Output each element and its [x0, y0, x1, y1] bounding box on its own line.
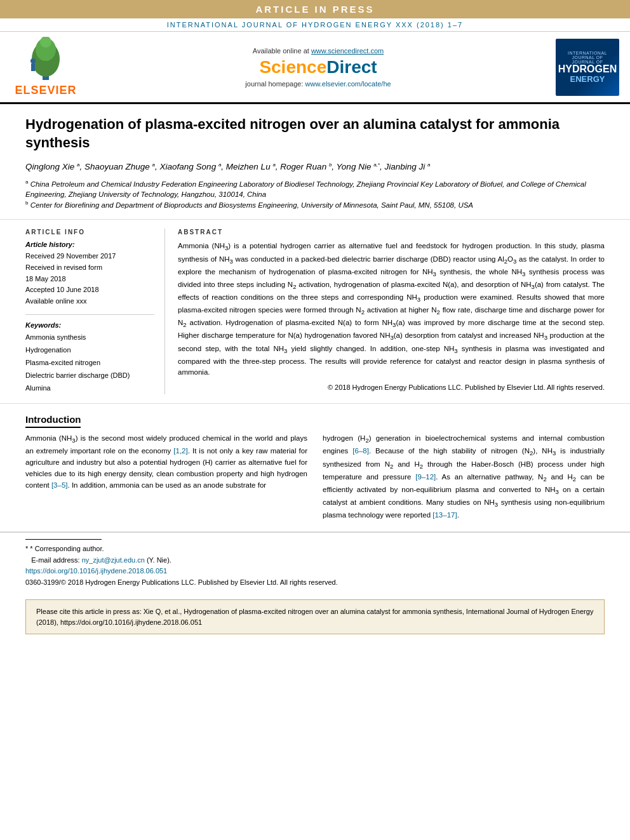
svg-rect-5 [31, 63, 35, 71]
article-history: Article history: Received 29 November 20… [25, 241, 154, 307]
issn-line: 0360-3199/© 2018 Hydrogen Energy Publica… [25, 577, 605, 589]
intro-left-text: Ammonia (NH3) is the second most widely … [25, 433, 307, 491]
hydrogen-energy-box: INTERNATIONAL JOURNAL OF JOURNAL OF HYDR… [556, 39, 619, 96]
elsevier-label: ELSEVIER [15, 84, 76, 97]
sciencedirect-logo: ScienceDirect [259, 57, 377, 77]
two-col-section: ARTICLE INFO Article history: Received 2… [0, 220, 630, 404]
article-info-header: ARTICLE INFO [25, 229, 154, 236]
center-logo-area: Available online at www.sciencedirect.co… [90, 37, 546, 97]
footnote-divider [25, 539, 102, 540]
elsevier-tree-icon [20, 37, 71, 81]
intro-right-col: hydrogen (H2) generation in bioelectroch… [323, 433, 605, 521]
ref-3-5[interactable]: [3–5] [51, 481, 68, 489]
article-title: Hydrogenation of plasma-excited nitrogen… [25, 116, 605, 152]
affiliations: a China Petroleum and Chemical Industry … [25, 178, 605, 210]
intro-right-text: hydrogen (H2) generation in bioelectroch… [323, 433, 605, 521]
intro-left-col: Ammonia (NH3) is the second most widely … [25, 433, 307, 521]
svg-point-4 [30, 58, 36, 63]
keywords-section: Keywords: Ammonia synthesis Hydrogenatio… [25, 314, 154, 394]
he-energy-text: ENERGY [570, 74, 605, 84]
hydrogen-energy-logo-area: INTERNATIONAL JOURNAL OF JOURNAL OF HYDR… [553, 37, 622, 97]
ref-9-12[interactable]: [9–12] [415, 473, 436, 481]
email-link[interactable]: ny_zjut@zjut.edu.cn [82, 556, 145, 564]
available-online-text: Available online at www.sciencedirect.co… [253, 47, 384, 55]
email-line: E-mail address: ny_zjut@zjut.edu.cn (Y. … [25, 555, 605, 566]
journal-homepage-url[interactable]: www.elsevier.com/locate/he [305, 80, 391, 88]
he-international-text: INTERNATIONAL JOURNAL OF [560, 51, 615, 60]
intro-heading: Introduction [25, 414, 81, 428]
footer-notice: Please cite this article in press as: Xi… [25, 599, 605, 634]
authors: Qinglong Xie a, Shaoyuan Zhuge a, Xiaofa… [25, 161, 605, 173]
article-history-label: Article history: [25, 241, 154, 248]
intro-two-col: Ammonia (NH3) is the second most widely … [25, 433, 605, 521]
left-col: ARTICLE INFO Article history: Received 2… [25, 229, 165, 394]
abstract-text: Ammonia (NH3) is a potential hydrogen ca… [178, 241, 605, 378]
keywords-label: Keywords: [25, 321, 154, 329]
keywords-text: Ammonia synthesis Hydrogenation Plasma-e… [25, 331, 154, 394]
article-history-text: Received 29 November 2017 Received in re… [25, 251, 154, 307]
ref-13-17[interactable]: [13–17] [432, 511, 457, 519]
article-in-press-banner: ARTICLE IN PRESS [0, 0, 630, 18]
right-col: ABSTRACT Ammonia (NH3) is a potential hy… [165, 229, 605, 394]
elsevier-logo-area: ELSEVIER [8, 37, 84, 97]
journal-header: INTERNATIONAL JOURNAL OF HYDROGEN ENERGY… [0, 18, 630, 32]
copyright-text: © 2018 Hydrogen Energy Publications LLC.… [178, 383, 605, 391]
sciencedirect-url[interactable]: www.sciencedirect.com [311, 47, 384, 55]
ref-6-8[interactable]: [6–8] [352, 447, 369, 455]
journal-homepage: journal homepage: www.elsevier.com/locat… [245, 80, 391, 88]
footnote-section: * * Corresponding author. E-mail address… [0, 532, 630, 594]
doi-line: https://doi.org/10.1016/j.ijhydene.2018.… [25, 566, 605, 577]
abstract-header: ABSTRACT [178, 229, 605, 236]
title-section: Hydrogenation of plasma-excited nitrogen… [0, 104, 630, 220]
top-section: ELSEVIER Available online at www.science… [0, 32, 630, 104]
corresponding-author: * * Corresponding author. [25, 543, 605, 555]
ref-1-2[interactable]: [1,2] [173, 447, 187, 455]
intro-section: Introduction Ammonia (NH3) is the second… [0, 404, 630, 532]
doi-link[interactable]: https://doi.org/10.1016/j.ijhydene.2018.… [25, 567, 167, 575]
he-hydrogen-text: HYDROGEN [558, 64, 617, 74]
